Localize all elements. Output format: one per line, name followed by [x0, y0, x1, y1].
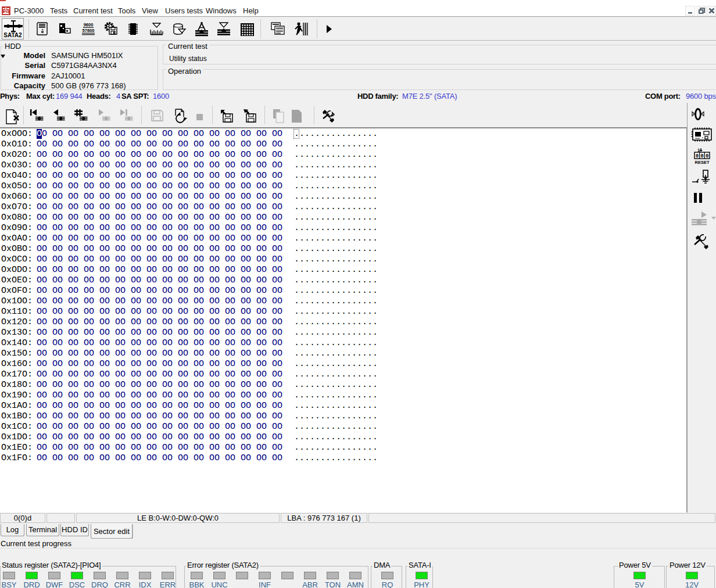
svg-text:RESET: RESET — [694, 160, 709, 164]
svg-text:57600: 57600 — [83, 28, 95, 33]
svg-text:0: 0 — [706, 153, 708, 159]
svg-text:0: 0 — [696, 153, 699, 159]
svg-text:0: 0 — [701, 153, 704, 159]
svg-text:9600: 9600 — [84, 22, 94, 27]
